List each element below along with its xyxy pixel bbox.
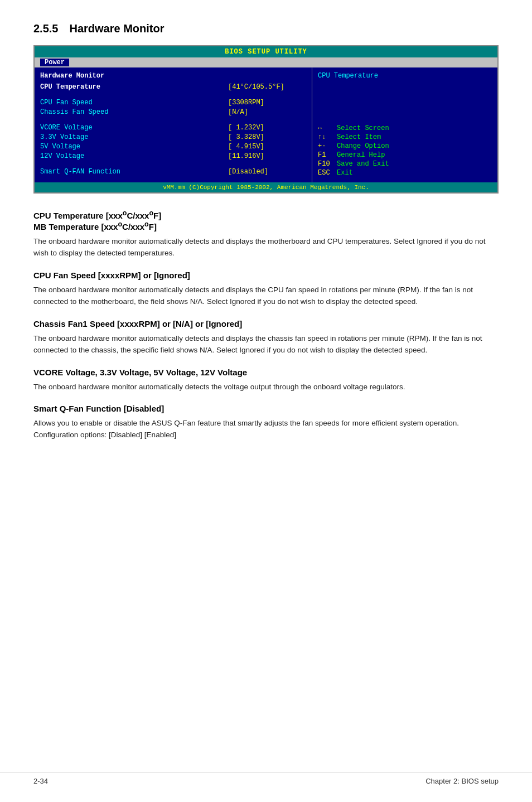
bios-left-panel: Hardware Monitor CPU Temperature [41°C/1…: [35, 67, 312, 182]
subsection-title-qfan: Smart Q-Fan Function [Disabled]: [33, 404, 499, 413]
bios-help-row-f10: F10 Save and Exit: [318, 160, 492, 168]
bios-key-plusminus: +-: [318, 142, 335, 150]
bios-right-title: CPU Temperature: [318, 72, 492, 80]
subsection-text-voltage: The onboard hardware monitor automatical…: [33, 381, 499, 393]
section-heading: 2.5.5 Hardware Monitor: [33, 22, 499, 35]
bios-screen: BIOS SETUP UTILITY Power Hardware Monito…: [33, 45, 499, 194]
bios-row-cpu-fan[interactable]: CPU Fan Speed [3308RPM]: [40, 99, 306, 107]
subsection-qfan: Smart Q-Fan Function [Disabled] Allows y…: [33, 404, 499, 441]
subsection-title-voltage: VCORE Voltage, 3.3V Voltage, 5V Voltage,…: [33, 368, 499, 377]
subsection-title-cpu-fan: CPU Fan Speed [xxxxRPM] or [Ignored]: [33, 270, 499, 280]
bios-value-cpu-fan: [3308RPM]: [228, 99, 306, 107]
bios-label-qfan: Smart Q-FAN Function: [40, 168, 228, 176]
bios-desc-option: Change Option: [337, 142, 389, 150]
bios-help-row-screen: ↔ Select Screen: [318, 124, 492, 132]
subsection-text-qfan: Allows you to enable or disable the ASUS…: [33, 418, 499, 441]
bios-row-12v[interactable]: 12V Voltage [11.916V]: [40, 152, 306, 160]
subsection-text-chassis-fan: The onboard hardware monitor automatical…: [33, 333, 499, 356]
bios-nav: Power: [35, 57, 497, 67]
bios-label-chassis-fan: Chassis Fan Speed: [40, 108, 228, 116]
bios-footer: vMM.mm (C)Copyright 1985-2002, American …: [35, 182, 497, 192]
bios-help-row-f1: F1 General Help: [318, 151, 492, 159]
bios-value-chassis-fan: [N/A]: [228, 108, 306, 116]
bios-value-vcore: [ 1.232V]: [228, 124, 306, 132]
bios-label-cpu-fan: CPU Fan Speed: [40, 99, 228, 107]
bios-key-f1: F1: [318, 151, 335, 159]
bios-desc-esc: Exit: [337, 169, 353, 177]
bios-row-qfan[interactable]: Smart Q-FAN Function [Disabled]: [40, 168, 306, 176]
subsection-voltage: VCORE Voltage, 3.3V Voltage, 5V Voltage,…: [33, 368, 499, 393]
bios-value-qfan: [Disabled]: [228, 168, 306, 176]
page-footer: 2-34 Chapter 2: BIOS setup: [0, 772, 532, 785]
bios-value-3v3: [ 3.328V]: [228, 133, 306, 141]
bios-help: ↔ Select Screen ↑↓ Select Item +- Change…: [318, 124, 492, 177]
section-number: 2.5.5: [33, 22, 58, 35]
subsection-title-cpu-temp: CPU Temperature [xxxoC/xxxoF]MB Temperat…: [33, 209, 499, 231]
bios-help-row-item: ↑↓ Select Item: [318, 133, 492, 141]
bios-row-vcore[interactable]: VCORE Voltage [ 1.232V]: [40, 124, 306, 132]
subsection-chassis-fan: Chassis Fan1 Speed [xxxxRPM] or [N/A] or…: [33, 319, 499, 356]
bios-key-arrows: ↔: [318, 124, 335, 132]
subsection-text-cpu-fan: The onboard hardware monitor automatical…: [33, 284, 499, 308]
bios-body: Hardware Monitor CPU Temperature [41°C/1…: [35, 67, 497, 182]
bios-label-cpu-temp: CPU Temperature: [40, 83, 228, 91]
section-title: Hardware Monitor: [69, 22, 164, 35]
bios-label-5v: 5V Voltage: [40, 143, 228, 151]
bios-desc-item: Select Item: [337, 133, 381, 141]
subsection-cpu-temp: CPU Temperature [xxxoC/xxxoF]MB Temperat…: [33, 209, 499, 259]
bios-help-row-option: +- Change Option: [318, 142, 492, 150]
bios-label-3v3: 3.3V Voltage: [40, 133, 228, 141]
bios-label-vcore: VCORE Voltage: [40, 124, 228, 132]
page-number: 2-34: [33, 777, 48, 785]
bios-value-5v: [ 4.915V]: [228, 143, 306, 151]
bios-nav-power[interactable]: Power: [40, 59, 69, 66]
bios-right-panel: CPU Temperature ↔ Select Screen ↑↓ Selec…: [312, 67, 497, 182]
bios-row-5v[interactable]: 5V Voltage [ 4.915V]: [40, 143, 306, 151]
bios-row-cpu-temp[interactable]: CPU Temperature [41°C/105.5°F]: [40, 83, 306, 91]
bios-key-esc: ESC: [318, 169, 335, 177]
bios-section-title: Hardware Monitor: [40, 72, 306, 80]
bios-value-cpu-temp: [41°C/105.5°F]: [228, 83, 306, 91]
bios-desc-f10: Save and Exit: [337, 160, 389, 168]
bios-key-updown: ↑↓: [318, 133, 335, 141]
bios-row-chassis-fan[interactable]: Chassis Fan Speed [N/A]: [40, 108, 306, 116]
bios-help-row-esc: ESC Exit: [318, 169, 492, 177]
bios-header: BIOS SETUP UTILITY: [35, 46, 497, 57]
subsection-cpu-fan: CPU Fan Speed [xxxxRPM] or [Ignored] The…: [33, 270, 499, 308]
bios-label-12v: 12V Voltage: [40, 152, 228, 160]
bios-desc-screen: Select Screen: [337, 124, 389, 132]
chapter-label: Chapter 2: BIOS setup: [425, 777, 499, 785]
bios-key-f10: F10: [318, 160, 335, 168]
bios-desc-f1: General Help: [337, 151, 385, 159]
subsection-text-cpu-temp: The onboard hardware monitor automatical…: [33, 236, 499, 259]
bios-row-3v3[interactable]: 3.3V Voltage [ 3.328V]: [40, 133, 306, 141]
bios-value-12v: [11.916V]: [228, 152, 306, 160]
subsection-title-chassis-fan: Chassis Fan1 Speed [xxxxRPM] or [N/A] or…: [33, 319, 499, 328]
